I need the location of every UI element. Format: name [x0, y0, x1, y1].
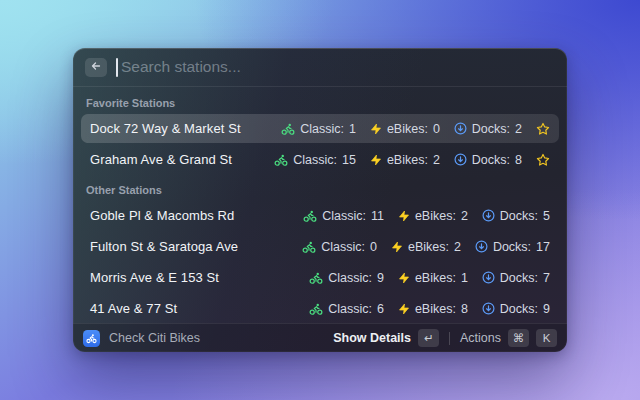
- dock-arrow-down-circle-icon: [482, 209, 495, 222]
- classic-bike-count: Classic:6: [309, 302, 384, 316]
- text-cursor: [116, 58, 118, 77]
- station-meta: Classic:1eBikes:0Docks:2: [281, 122, 550, 136]
- desktop-background: Favorite StationsDock 72 Way & Market St…: [0, 0, 640, 400]
- meta-value: 11: [371, 209, 384, 223]
- dock-arrow-down-circle-count: Docks:8: [454, 153, 522, 167]
- meta-value: 8: [461, 302, 468, 316]
- ebike-lightning-count: eBikes:1: [398, 271, 468, 285]
- meta-value: 1: [349, 122, 356, 136]
- station-meta: Classic:15eBikes:2Docks:8: [274, 153, 550, 167]
- station-row[interactable]: Fulton St & Saratoga AveClassic:0eBikes:…: [81, 232, 559, 261]
- dock-arrow-down-circle-icon: [454, 153, 467, 166]
- meta-value: 17: [536, 240, 550, 254]
- classic-bike-count: Classic:9: [309, 271, 384, 285]
- dock-arrow-down-circle-count: Docks:9: [482, 302, 550, 316]
- meta-value: 0: [370, 240, 377, 254]
- station-row[interactable]: 41 Ave & 77 StClassic:6eBikes:8Docks:9: [81, 294, 559, 323]
- ebike-lightning-count: eBikes:8: [398, 302, 468, 316]
- station-meta: Classic:6eBikes:8Docks:9: [309, 302, 550, 316]
- classic-bike-icon: [303, 209, 317, 223]
- meta-label: Classic:: [293, 153, 337, 167]
- ebike-lightning-count: eBikes:2: [398, 209, 468, 223]
- dock-arrow-down-circle-icon: [482, 271, 495, 284]
- meta-value: 5: [543, 209, 550, 223]
- meta-value: 9: [377, 271, 384, 285]
- meta-label: eBikes:: [387, 153, 428, 167]
- meta-label: eBikes:: [387, 122, 428, 136]
- classic-bike-icon: [309, 302, 323, 316]
- favorite-star-icon[interactable]: [536, 153, 550, 167]
- meta-label: eBikes:: [415, 302, 456, 316]
- dock-arrow-down-circle-count: Docks:2: [454, 122, 522, 136]
- meta-label: Docks:: [472, 122, 510, 136]
- station-name: 41 Ave & 77 St: [90, 301, 309, 316]
- meta-value: 2: [461, 209, 468, 223]
- meta-label: Classic:: [300, 122, 344, 136]
- classic-bike-icon: [281, 122, 295, 136]
- actions-button[interactable]: Actions: [460, 331, 501, 345]
- ebike-lightning-icon: [398, 210, 410, 222]
- dock-arrow-down-circle-icon: [475, 240, 488, 253]
- search-input[interactable]: [121, 58, 555, 76]
- launcher-window: Favorite StationsDock 72 Way & Market St…: [73, 48, 567, 352]
- k-keycap[interactable]: K: [536, 329, 557, 347]
- dock-arrow-down-circle-count: Docks:5: [482, 209, 550, 223]
- ebike-lightning-icon: [398, 303, 410, 315]
- meta-value: 1: [461, 271, 468, 285]
- favorite-star-icon[interactable]: [536, 122, 550, 136]
- meta-label: Docks:: [493, 240, 531, 254]
- show-details-button[interactable]: Show Details: [333, 331, 411, 345]
- station-row[interactable]: Graham Ave & Grand StClassic:15eBikes:2D…: [81, 145, 559, 174]
- dock-arrow-down-circle-icon: [454, 122, 467, 135]
- classic-bike-count: Classic:15: [274, 153, 356, 167]
- meta-label: Classic:: [321, 240, 365, 254]
- classic-bike-count: Classic:0: [302, 240, 377, 254]
- station-row[interactable]: Morris Ave & E 153 StClassic:9eBikes:1Do…: [81, 263, 559, 292]
- station-name: Dock 72 Way & Market St: [90, 121, 281, 136]
- meta-value: 2: [515, 122, 522, 136]
- ebike-lightning-icon: [370, 123, 382, 135]
- station-meta: Classic:11eBikes:2Docks:5: [303, 209, 550, 223]
- classic-bike-icon: [309, 271, 323, 285]
- back-arrow-icon: [90, 60, 102, 75]
- ebike-lightning-count: eBikes:0: [370, 122, 440, 136]
- meta-label: eBikes:: [415, 209, 456, 223]
- meta-value: 6: [377, 302, 384, 316]
- station-row[interactable]: Goble Pl & Macombs RdClassic:11eBikes:2D…: [81, 201, 559, 230]
- ebike-lightning-icon: [398, 272, 410, 284]
- meta-value: 15: [342, 153, 356, 167]
- station-name: Graham Ave & Grand St: [90, 152, 274, 167]
- classic-bike-count: Classic:11: [303, 209, 384, 223]
- station-meta: Classic:9eBikes:1Docks:7: [309, 271, 550, 285]
- meta-value: 8: [515, 153, 522, 167]
- footer-bar: Check Citi Bikes Show Details ↵ Actions …: [73, 323, 567, 352]
- meta-label: eBikes:: [415, 271, 456, 285]
- dock-arrow-down-circle-icon: [482, 302, 495, 315]
- back-button[interactable]: [85, 58, 107, 77]
- dock-arrow-down-circle-count: Docks:7: [482, 271, 550, 285]
- meta-value: 2: [433, 153, 440, 167]
- footer-right: Show Details ↵ Actions ⌘ K: [333, 329, 557, 347]
- meta-label: Docks:: [500, 271, 538, 285]
- classic-bike-icon: [302, 240, 316, 254]
- meta-value: 2: [454, 240, 461, 254]
- section-header: Other Stations: [81, 176, 559, 201]
- command-title: Check Citi Bikes: [109, 331, 200, 345]
- enter-keycap[interactable]: ↵: [418, 329, 439, 347]
- station-meta: Classic:0eBikes:2Docks:17: [302, 240, 550, 254]
- meta-label: Classic:: [328, 271, 372, 285]
- meta-label: eBikes:: [408, 240, 449, 254]
- station-name: Morris Ave & E 153 St: [90, 270, 309, 285]
- cmd-keycap[interactable]: ⌘: [508, 329, 529, 347]
- meta-label: Docks:: [472, 153, 510, 167]
- search-bar: [73, 48, 567, 86]
- meta-value: 0: [433, 122, 440, 136]
- meta-value: 9: [543, 302, 550, 316]
- classic-bike-icon: [274, 153, 288, 167]
- ebike-lightning-count: eBikes:2: [370, 153, 440, 167]
- dock-arrow-down-circle-count: Docks:17: [475, 240, 550, 254]
- ebike-lightning-count: eBikes:2: [391, 240, 461, 254]
- meta-label: Classic:: [328, 302, 372, 316]
- meta-value: 7: [543, 271, 550, 285]
- station-row[interactable]: Dock 72 Way & Market StClassic:1eBikes:0…: [81, 114, 559, 143]
